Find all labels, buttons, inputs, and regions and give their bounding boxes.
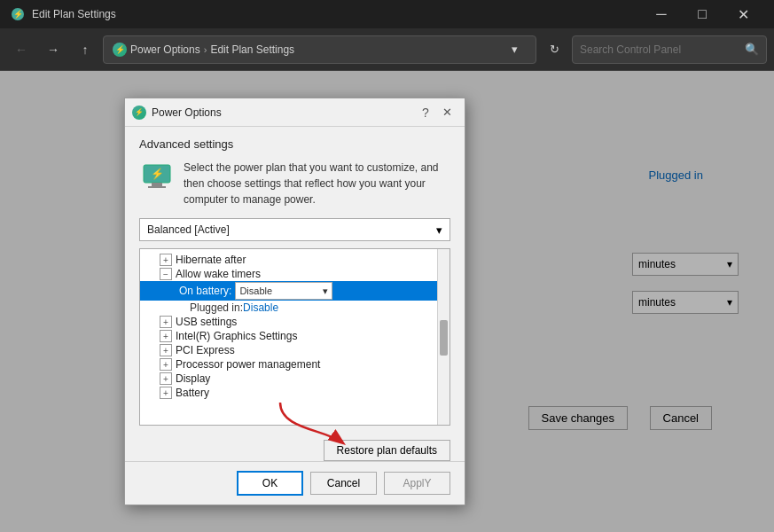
minimize-button[interactable]: ─ [641, 0, 682, 28]
expand-icon[interactable]: + [160, 254, 172, 266]
svg-rect-3 [152, 183, 162, 186]
path-separator: › [204, 44, 207, 55]
tree-label: Processor power management [176, 358, 320, 371]
tree-label: Battery [176, 387, 209, 399]
plan-dropdown[interactable]: Balanced [Active] ▾ [139, 218, 450, 241]
expand-icon[interactable]: + [160, 344, 172, 356]
title-bar: ⚡ Edit Plan Settings ─ □ ✕ [0, 0, 774, 28]
path-part-2: Edit Plan Settings [210, 43, 294, 56]
expand-icon[interactable]: + [160, 330, 172, 342]
tree-scrollbar[interactable] [437, 249, 450, 425]
path-icon: ⚡ [113, 43, 127, 57]
tree-label: Hibernate after [176, 254, 246, 266]
on-battery-chevron: ▾ [323, 286, 328, 297]
app-icon: ⚡ [11, 7, 25, 21]
tree-item-on-battery[interactable]: On battery: Disable ▾ [140, 281, 450, 301]
apply-button: ApplY [384, 472, 450, 495]
forward-button[interactable]: → [39, 35, 67, 64]
cancel-button[interactable]: Cancel [310, 472, 377, 495]
tree-label: USB settings [176, 316, 237, 328]
address-path: ⚡ Power Options › Edit Plan Settings ▾ [103, 35, 536, 64]
tree-label: Intel(R) Graphics Settings [176, 330, 297, 342]
tree-item-processor[interactable]: + Processor power management [140, 357, 450, 372]
plugged-in-value: Disable [243, 301, 278, 314]
close-button[interactable]: ✕ [723, 0, 763, 28]
address-bar: ← → ↑ ⚡ Power Options › Edit Plan Settin… [0, 28, 774, 71]
tree-item-display[interactable]: + Display [140, 372, 450, 386]
on-battery-value: Disable [239, 286, 272, 296]
tree-label: Allow wake timers [176, 268, 261, 280]
tree-item-intel[interactable]: + Intel(R) Graphics Settings [140, 329, 450, 343]
dialog-help-button[interactable]: ? [415, 102, 436, 123]
dialog-overlay: ⚡ Power Options ? ✕ Advanced settings ⚡ … [0, 71, 774, 532]
expand-icon[interactable]: + [160, 358, 172, 371]
dialog-title-bar: ⚡ Power Options ? ✕ [125, 98, 465, 127]
power-options-dialog: ⚡ Power Options ? ✕ Advanced settings ⚡ … [124, 98, 465, 505]
dialog-title: Power Options [152, 106, 415, 119]
maximize-button[interactable]: □ [682, 0, 723, 28]
tree-label: Display [176, 372, 210, 385]
up-button[interactable]: ↑ [71, 35, 99, 64]
back-button[interactable]: ← [7, 35, 35, 64]
svg-text:⚡: ⚡ [151, 167, 164, 180]
tree-item-wake-timers[interactable]: − Allow wake timers [140, 267, 450, 281]
dialog-body: Advanced settings ⚡ Select the power pla… [125, 127, 465, 443]
dialog-description: Select the power plan that you want to c… [184, 160, 439, 207]
refresh-button[interactable]: ↻ [540, 35, 568, 64]
tree-item-pci[interactable]: + PCI Express [140, 343, 450, 357]
dialog-top-section: ⚡ Select the power plan that you want to… [139, 160, 450, 207]
tree-item-hibernate[interactable]: + Hibernate after [140, 253, 450, 267]
svg-rect-4 [148, 186, 166, 188]
expand-icon[interactable]: − [160, 268, 172, 280]
dialog-close-button[interactable]: ✕ [436, 102, 457, 123]
plan-dropdown-text: Balanced [Active] [147, 223, 230, 236]
tree-label: PCI Express [176, 344, 235, 356]
title-bar-text: Edit Plan Settings [32, 8, 641, 20]
search-icon: 🔍 [745, 43, 759, 56]
title-bar-controls: ─ □ ✕ [641, 0, 763, 28]
tree-container[interactable]: + Hibernate after − Allow wake timers On… [139, 248, 450, 426]
expand-icon[interactable]: + [160, 372, 172, 385]
tree-item-usb[interactable]: + USB settings [140, 315, 450, 329]
svg-text:⚡: ⚡ [13, 9, 24, 20]
on-battery-label: On battery: [179, 285, 231, 297]
expand-icon[interactable]: + [160, 316, 172, 328]
plugged-in-label: Plugged in: [190, 301, 243, 314]
restore-plan-button[interactable]: Restore plan defaults [324, 440, 450, 461]
dialog-icon: ⚡ [132, 106, 146, 120]
tree-item-battery[interactable]: + Battery [140, 386, 450, 400]
dialog-buttons: OK Cancel ApplY [125, 461, 465, 505]
advanced-settings-label: Advanced settings [139, 137, 450, 151]
plan-dropdown-chevron: ▾ [436, 223, 442, 237]
search-input[interactable] [580, 43, 739, 56]
path-chevron-button[interactable]: ▾ [502, 37, 527, 62]
search-box: 🔍 [572, 35, 767, 64]
on-battery-select[interactable]: Disable ▾ [235, 282, 332, 300]
power-icon: ⚡ [139, 160, 175, 195]
ok-button[interactable]: OK [237, 471, 303, 496]
expand-icon[interactable]: + [160, 387, 172, 399]
tree-item-plugged-in[interactable]: Plugged in: Disable [140, 301, 450, 315]
path-part-1: Power Options [130, 43, 200, 56]
